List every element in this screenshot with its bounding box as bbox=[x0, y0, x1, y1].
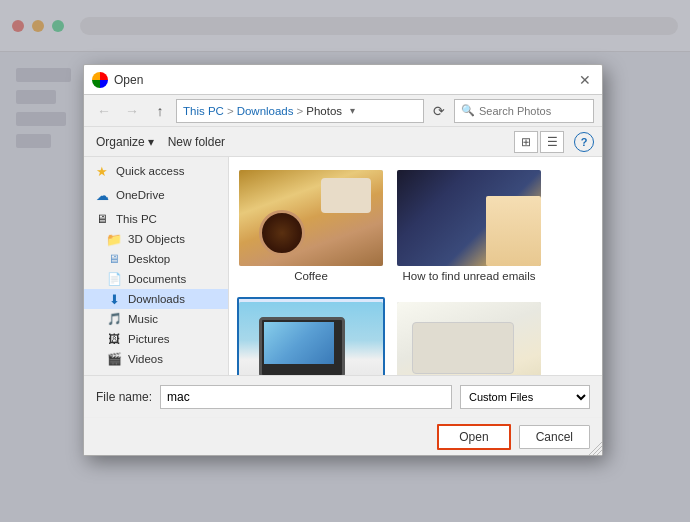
sidebar-item-quick-access[interactable]: ★ Quick access bbox=[84, 161, 228, 181]
sidebar-label-music: Music bbox=[128, 313, 158, 325]
address-bar[interactable]: This PC > Downloads > Photos ▾ bbox=[176, 99, 424, 123]
search-box: 🔍 bbox=[454, 99, 594, 123]
forward-button[interactable]: → bbox=[120, 99, 144, 123]
file-item-coffee[interactable]: Coffee bbox=[237, 165, 385, 287]
pictures-icon: 🖼 bbox=[106, 332, 122, 346]
sidebar-label-pictures: Pictures bbox=[128, 333, 170, 345]
main-area: ★ Quick access ☁ OneDrive 🖥 This PC 📁 3D… bbox=[84, 157, 602, 375]
star-icon: ★ bbox=[94, 164, 110, 178]
music-icon: 🎵 bbox=[106, 312, 122, 326]
view-buttons: ⊞ ☰ bbox=[514, 131, 564, 153]
grid-view-button[interactable]: ⊞ bbox=[514, 131, 538, 153]
sidebar-label-documents: Documents bbox=[128, 273, 186, 285]
file-item-keyboard[interactable] bbox=[395, 297, 543, 375]
videos-icon: 🎬 bbox=[106, 352, 122, 366]
sidebar-item-documents[interactable]: 📄 Documents bbox=[84, 269, 228, 289]
filename-bar: File name: Custom Files All Files bbox=[84, 375, 602, 417]
refresh-button[interactable]: ⟳ bbox=[428, 100, 450, 122]
organize-label: Organize bbox=[96, 135, 145, 149]
documents-icon: 📄 bbox=[106, 272, 122, 286]
filename-label: File name: bbox=[96, 390, 152, 404]
sidebar-item-desktop[interactable]: 🖥 Desktop bbox=[84, 249, 228, 269]
breadcrumb-downloads[interactable]: Downloads bbox=[237, 105, 294, 117]
sidebar-item-pictures[interactable]: 🖼 Pictures bbox=[84, 329, 228, 349]
back-button[interactable]: ← bbox=[92, 99, 116, 123]
close-button[interactable]: ✕ bbox=[576, 71, 594, 89]
sidebar-item-music[interactable]: 🎵 Music bbox=[84, 309, 228, 329]
sidebar: ★ Quick access ☁ OneDrive 🖥 This PC 📁 3D… bbox=[84, 157, 229, 375]
file-thumb-email bbox=[397, 170, 541, 266]
breadcrumb-this-pc[interactable]: This PC bbox=[183, 105, 224, 117]
file-thumb-mac bbox=[239, 302, 383, 375]
file-item-email[interactable]: How to find unread emails bbox=[395, 165, 543, 287]
file-item-mac[interactable] bbox=[237, 297, 385, 375]
file-label-email: How to find unread emails bbox=[403, 270, 536, 282]
breadcrumb-photos: Photos bbox=[306, 105, 342, 117]
desktop-icon: 🖥 bbox=[106, 252, 122, 266]
sidebar-label-downloads: Downloads bbox=[128, 293, 185, 305]
up-button[interactable]: ↑ bbox=[148, 99, 172, 123]
navigation-toolbar: ← → ↑ This PC > Downloads > Photos ▾ ⟳ 🔍 bbox=[84, 95, 602, 127]
sidebar-label-onedrive: OneDrive bbox=[116, 189, 165, 201]
breadcrumb-sep2: > bbox=[297, 105, 304, 117]
sidebar-label-3d-objects: 3D Objects bbox=[128, 233, 185, 245]
file-label-coffee: Coffee bbox=[294, 270, 328, 282]
list-view-button[interactable]: ☰ bbox=[540, 131, 564, 153]
new-folder-button[interactable]: New folder bbox=[164, 133, 229, 151]
file-area: Coffee How to find unread emails bbox=[229, 157, 602, 375]
search-icon: 🔍 bbox=[461, 104, 475, 117]
keyboard-image bbox=[397, 302, 541, 375]
sidebar-item-onedrive[interactable]: ☁ OneDrive bbox=[84, 185, 228, 205]
downloads-icon: ⬇ bbox=[106, 292, 122, 306]
app-icon bbox=[92, 72, 108, 88]
organize-button[interactable]: Organize ▾ bbox=[92, 133, 158, 151]
sidebar-item-this-pc[interactable]: 🖥 This PC bbox=[84, 209, 228, 229]
sidebar-item-videos[interactable]: 🎬 Videos bbox=[84, 349, 228, 369]
filename-input[interactable] bbox=[160, 385, 452, 409]
open-dialog: Open ✕ ← → ↑ This PC > Downloads > Photo… bbox=[83, 64, 603, 456]
sidebar-item-3d-objects[interactable]: 📁 3D Objects bbox=[84, 229, 228, 249]
open-button[interactable]: Open bbox=[437, 424, 510, 450]
coffee-image bbox=[239, 170, 383, 266]
sidebar-item-downloads[interactable]: ⬇ Downloads bbox=[84, 289, 228, 309]
address-dropdown-icon[interactable]: ▾ bbox=[350, 105, 355, 116]
help-button[interactable]: ? bbox=[574, 132, 594, 152]
cancel-button[interactable]: Cancel bbox=[519, 425, 590, 449]
dialog-title: Open bbox=[114, 73, 576, 87]
mac-image bbox=[239, 302, 383, 375]
computer-icon: 🖥 bbox=[94, 212, 110, 226]
search-input[interactable] bbox=[479, 105, 617, 117]
file-thumb-keyboard bbox=[397, 302, 541, 375]
folder-3d-icon: 📁 bbox=[106, 232, 122, 246]
sidebar-label-this-pc: This PC bbox=[116, 213, 157, 225]
resize-handle[interactable] bbox=[588, 441, 602, 455]
cloud-icon: ☁ bbox=[94, 188, 110, 202]
action-bar: Open Cancel bbox=[84, 417, 602, 455]
email-image bbox=[397, 170, 541, 266]
sidebar-label-quick-access: Quick access bbox=[116, 165, 184, 177]
organize-dropdown-icon: ▾ bbox=[148, 135, 154, 149]
file-thumb-coffee bbox=[239, 170, 383, 266]
filetype-select[interactable]: Custom Files All Files bbox=[460, 385, 590, 409]
sidebar-label-desktop: Desktop bbox=[128, 253, 170, 265]
sidebar-label-videos: Videos bbox=[128, 353, 163, 365]
organize-toolbar: Organize ▾ New folder ⊞ ☰ ? bbox=[84, 127, 602, 157]
dialog-title-bar: Open ✕ bbox=[84, 65, 602, 95]
breadcrumb: This PC > Downloads > Photos bbox=[183, 105, 342, 117]
breadcrumb-sep1: > bbox=[227, 105, 234, 117]
